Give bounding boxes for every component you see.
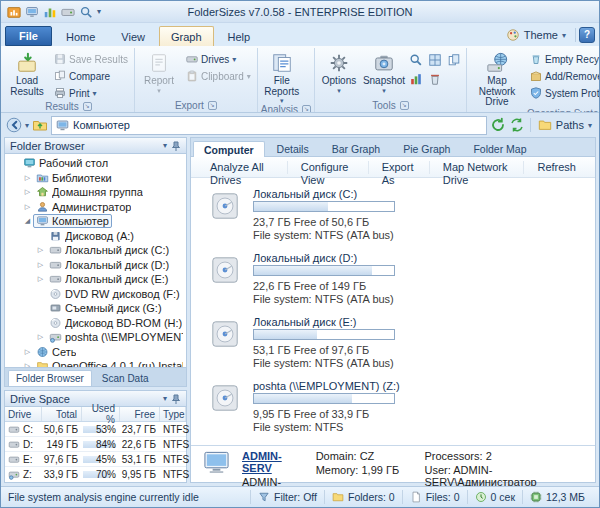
- options-button[interactable]: Options ▾: [318, 49, 360, 99]
- save-results-button[interactable]: Save Results: [51, 51, 131, 67]
- snapshot-button[interactable]: Snapshot ▾: [363, 49, 405, 99]
- status-item[interactable]: Folders: 0: [324, 490, 402, 504]
- system-protection-button[interactable]: System Protection: [527, 85, 599, 101]
- tree-item[interactable]: Съемный диск (G:): [5, 301, 186, 316]
- tree-item[interactable]: DVD RW дисковод (F:): [5, 287, 186, 302]
- tree-item[interactable]: ▷ Сеть: [5, 345, 186, 360]
- dialog-launcher-icon[interactable]: ↘: [302, 105, 311, 113]
- drive-space-row[interactable]: D: 149 ГБ 84% 22,6 ГБ NTFS: [5, 437, 186, 452]
- sync-button[interactable]: [509, 117, 525, 133]
- trash-icon[interactable]: [427, 71, 443, 87]
- left-panel-tab[interactable]: Folder Browser: [8, 370, 92, 386]
- expand-arrow-icon[interactable]: ◢: [22, 217, 33, 225]
- t-chart-icon[interactable]: [43, 5, 57, 19]
- tree-item[interactable]: ▷ Локальный диск (D:): [5, 258, 186, 273]
- help-button[interactable]: ?: [579, 27, 595, 43]
- paths-button[interactable]: Paths ▾: [536, 118, 594, 132]
- computer-name-link[interactable]: ADMIN-SERV: [242, 450, 304, 474]
- empty-recycle-bin-button[interactable]: Empty Recycle Bin: [527, 51, 599, 67]
- drives-button[interactable]: Drives ▾: [183, 51, 254, 67]
- tree-item[interactable]: ▷ Администратор: [5, 200, 186, 215]
- t-monitor-icon[interactable]: [25, 5, 39, 19]
- print-button[interactable]: Print ▾: [51, 85, 131, 101]
- theme-button[interactable]: Theme ▾: [500, 26, 572, 44]
- ribbon-tab[interactable]: Help: [216, 26, 263, 46]
- status-item[interactable]: Filter: Off: [250, 490, 324, 504]
- grid-icon[interactable]: [427, 52, 443, 68]
- drive-space-row[interactable]: Z: 33,9 ГБ 70% 9,95 ГБ NTFS: [5, 467, 186, 482]
- toolbar-link[interactable]: Analyze All Drives: [197, 161, 288, 174]
- status-item[interactable]: 12,3 МБ: [522, 490, 592, 504]
- ribbon-tab[interactable]: Home: [54, 26, 107, 46]
- drive-item[interactable]: Локальный диск (D:) 22,6 ГБ Free of 149 …: [207, 252, 595, 305]
- toolbar-link[interactable]: Map Network Drive: [430, 161, 525, 174]
- file-reports-button[interactable]: File Reports ▾: [261, 49, 303, 104]
- status-item[interactable]: Files: 0: [402, 490, 467, 504]
- drive-item[interactable]: poshta (\\EMPLOYMENT) (Z:) 9,95 ГБ Free …: [207, 380, 595, 433]
- drive-item[interactable]: Локальный диск (C:) 23,7 ГБ Free of 50,6…: [207, 188, 595, 241]
- expand-arrow-icon[interactable]: ▷: [22, 348, 33, 356]
- drive-name[interactable]: Локальный диск (C:): [253, 188, 395, 200]
- col-type[interactable]: Type: [160, 407, 186, 421]
- back-button[interactable]: [6, 117, 22, 133]
- expand-arrow-icon[interactable]: ▷: [35, 333, 46, 341]
- report-button[interactable]: Report ▾: [138, 49, 180, 99]
- tree-item[interactable]: ▷ Домашняя группа: [5, 185, 186, 200]
- dialog-launcher-icon[interactable]: ↘: [83, 102, 92, 111]
- expand-arrow-icon[interactable]: ▷: [35, 261, 46, 269]
- status-item[interactable]: 0 сек: [467, 490, 522, 504]
- expand-arrow-icon[interactable]: ▷: [22, 203, 33, 211]
- tree-item[interactable]: ◢ Компьютер: [5, 214, 186, 229]
- compare-button[interactable]: Compare: [51, 68, 131, 84]
- col-drive[interactable]: Drive: [5, 407, 42, 421]
- drive-space-row[interactable]: E: 97,6 ГБ 45% 53,1 ГБ NTFS: [5, 452, 186, 467]
- tree-item[interactable]: Дисковод (A:): [5, 229, 186, 244]
- up-one-level-button[interactable]: [32, 117, 48, 133]
- expand-arrow-icon[interactable]: ▷: [35, 275, 46, 283]
- left-panel-tab[interactable]: Scan Data: [94, 370, 157, 386]
- drive-item[interactable]: Локальный диск (E:) 53,1 ГБ Free of 97,6…: [207, 316, 595, 369]
- expand-arrow-icon[interactable]: ▷: [35, 246, 46, 254]
- clipboard-button[interactable]: Clipboard ▾: [183, 68, 254, 84]
- view-tab[interactable]: Computer: [193, 141, 265, 157]
- pin-icon[interactable]: [171, 394, 181, 404]
- history-dropdown-caret[interactable]: ▾: [25, 121, 29, 130]
- expand-arrow-icon[interactable]: ▷: [22, 174, 33, 182]
- tree-item[interactable]: ▷ OpenOffice 4.0.1 (ru) Installation 1: [5, 359, 186, 368]
- view-tab[interactable]: Bar Graph: [321, 140, 391, 156]
- panel-menu-caret[interactable]: ▾: [163, 141, 167, 150]
- dialog-launcher-icon[interactable]: ↘: [400, 101, 409, 110]
- ribbon-tab[interactable]: View: [109, 26, 157, 46]
- t-disk-icon[interactable]: [61, 5, 75, 19]
- t-search-icon[interactable]: [79, 5, 93, 19]
- view-tab[interactable]: Pie Graph: [392, 140, 461, 156]
- view-tab[interactable]: Folder Map: [462, 140, 537, 156]
- drive-name[interactable]: poshta (\\EMPLOYMENT) (Z:): [253, 380, 400, 392]
- expand-arrow-icon[interactable]: ▷: [22, 188, 33, 196]
- tree-item[interactable]: Дисковод BD-ROM (H:): [5, 316, 186, 331]
- view-tab[interactable]: Details: [266, 140, 320, 156]
- drive-space-row[interactable]: C: 50,6 ГБ 53% 23,7 ГБ NTFS: [5, 422, 186, 437]
- col-free[interactable]: Free: [120, 407, 160, 421]
- pages-icon[interactable]: [446, 52, 462, 68]
- drive-name[interactable]: Локальный диск (E:): [253, 316, 395, 328]
- address-field[interactable]: Компьютер: [51, 116, 487, 135]
- col-total[interactable]: Total: [42, 407, 82, 421]
- dialog-launcher-icon[interactable]: ↘: [208, 101, 217, 110]
- chart-sm-icon[interactable]: [408, 71, 424, 87]
- refresh-button[interactable]: [490, 117, 506, 133]
- toolbar-link[interactable]: Configure View: [288, 161, 369, 174]
- load-results-button[interactable]: Load Results: [6, 49, 48, 99]
- col-used[interactable]: Used %: [82, 407, 120, 421]
- app-logo-icon[interactable]: [7, 5, 21, 19]
- search-icon[interactable]: [408, 52, 424, 68]
- drive-name[interactable]: Локальный диск (D:): [253, 252, 395, 264]
- ribbon-tab[interactable]: Graph: [159, 26, 214, 46]
- ribbon-tab[interactable]: File: [5, 26, 52, 46]
- pin-icon[interactable]: [171, 141, 181, 151]
- toolbar-link[interactable]: Refresh: [524, 161, 589, 174]
- tree-item[interactable]: ▷ Библиотеки: [5, 171, 186, 186]
- add-remove-programs-button[interactable]: Add/Remove Programs: [527, 68, 599, 84]
- tree-item[interactable]: ▷ Локальный диск (C:): [5, 243, 186, 258]
- panel-menu-caret[interactable]: ▾: [163, 394, 167, 403]
